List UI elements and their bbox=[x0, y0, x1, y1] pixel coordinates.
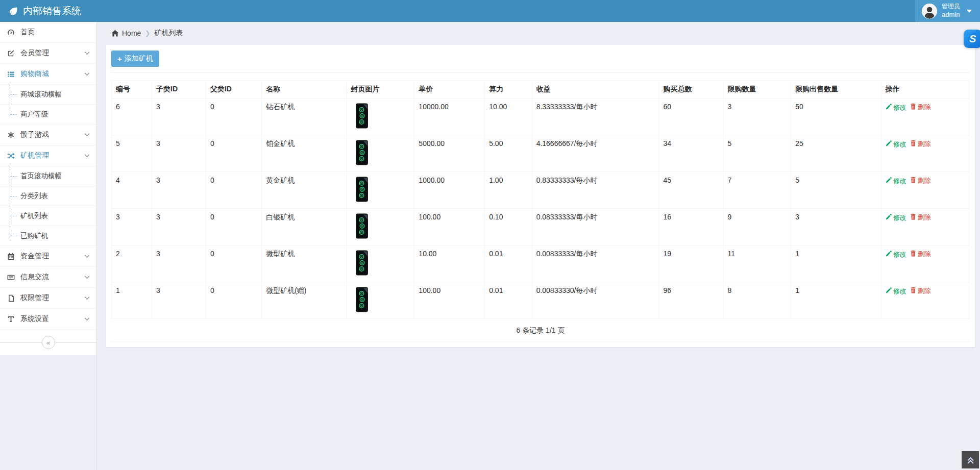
sidebar-subitem-home-banner[interactable]: 首页滚动横幅 bbox=[0, 166, 96, 186]
edit-link[interactable]: 修改 bbox=[886, 177, 906, 186]
shuffle-icon bbox=[7, 152, 15, 160]
delete-link[interactable]: 删除 bbox=[910, 139, 931, 149]
user-menu[interactable]: 管理员 admin bbox=[915, 0, 980, 22]
sidebar-subitem-miner-list[interactable]: 矿机列表 bbox=[0, 206, 96, 226]
sidebar-item-mall[interactable]: 购物商城 bbox=[0, 64, 96, 85]
home-icon bbox=[111, 30, 119, 37]
sidebar-subitem-category-list[interactable]: 分类列表 bbox=[0, 186, 96, 206]
sidebar-item-permissions[interactable]: 权限管理 bbox=[0, 288, 96, 309]
cell-limit-sell: 3 bbox=[791, 209, 881, 245]
table-row: 230微型矿机10.000.010.00833333/每小时19111修改删除 bbox=[112, 245, 970, 282]
table-row: 130微型矿机(赠)100.000.010.00833330/每小时9681修改… bbox=[112, 282, 970, 319]
breadcrumb-home-label: Home bbox=[122, 29, 141, 37]
cell-id: 3 bbox=[112, 209, 152, 245]
sidebar-item-miner-manage[interactable]: 矿机管理 bbox=[0, 145, 96, 166]
cell-profit: 0.08333333/每小时 bbox=[532, 209, 659, 245]
sidebar-menu: 首页会员管理购物商城商城滚动横幅商户等级骰子游戏矿机管理首页滚动横幅分类列表矿机… bbox=[0, 22, 96, 330]
cell-id: 4 bbox=[112, 172, 152, 209]
top-navbar: 内部销售系统 管理员 admin bbox=[0, 0, 980, 22]
cell-profit: 0.00833333/每小时 bbox=[532, 245, 659, 282]
cell-actions: 修改删除 bbox=[881, 282, 969, 319]
divider bbox=[0, 342, 42, 343]
cell-name: 白银矿机 bbox=[262, 209, 347, 245]
add-miner-button[interactable]: + 添加矿机 bbox=[111, 51, 159, 67]
delete-link[interactable]: 删除 bbox=[910, 213, 931, 222]
edit-link[interactable]: 修改 bbox=[886, 287, 906, 296]
tree-dash bbox=[10, 196, 17, 196]
chevron-down-icon bbox=[84, 317, 90, 321]
cell-limit-buy: 9 bbox=[723, 209, 791, 245]
app-title: 内部销售系统 bbox=[23, 5, 81, 18]
sidebar-item-label: 信息交流 bbox=[20, 273, 49, 282]
cell-power: 10.00 bbox=[485, 98, 532, 135]
breadcrumb: Home ❯ 矿机列表 bbox=[97, 22, 980, 44]
sidebar-subitem-mall-banner[interactable]: 商城滚动横幅 bbox=[0, 85, 96, 105]
delete-link[interactable]: 删除 bbox=[910, 286, 931, 295]
browser-plugin-icon[interactable]: S bbox=[964, 30, 980, 48]
table-header: 编号子类ID父类ID名称封页图片单价算力收益购买总数限购数量限购出售数量操作 bbox=[112, 81, 970, 98]
sidebar-item-home[interactable]: 首页 bbox=[0, 22, 96, 43]
column-header-0: 编号 bbox=[112, 81, 152, 98]
cell-sub-id: 3 bbox=[152, 172, 206, 209]
sidebar-item-label: 首页 bbox=[20, 28, 35, 37]
sidebar-item-dice-game[interactable]: 骰子游戏 bbox=[0, 125, 96, 145]
cell-limit-buy: 7 bbox=[723, 172, 791, 209]
back-to-top-button[interactable] bbox=[962, 451, 979, 468]
sidebar: 首页会员管理购物商城商城滚动横幅商户等级骰子游戏矿机管理首页滚动横幅分类列表矿机… bbox=[0, 22, 97, 470]
edit-link[interactable]: 修改 bbox=[886, 140, 906, 149]
column-header-4: 封页图片 bbox=[347, 81, 414, 98]
edit-icon bbox=[7, 50, 15, 57]
cell-total-bought: 60 bbox=[659, 98, 723, 135]
column-header-10: 限购出售数量 bbox=[791, 81, 881, 98]
cell-parent-id: 0 bbox=[206, 135, 261, 172]
tree-dash bbox=[10, 216, 17, 216]
chevron-right-icon: ❯ bbox=[145, 30, 150, 37]
cell-id: 2 bbox=[112, 245, 152, 282]
pencil-icon bbox=[886, 214, 892, 221]
tree-dash bbox=[10, 176, 17, 177]
delete-label: 删除 bbox=[918, 139, 931, 149]
miner-cover-image bbox=[351, 213, 373, 239]
sidebar-item-label: 权限管理 bbox=[20, 293, 49, 303]
cell-power: 5.00 bbox=[485, 135, 532, 172]
delete-label: 删除 bbox=[918, 286, 931, 295]
app-logo[interactable]: 内部销售系统 bbox=[0, 0, 97, 22]
cell-sub-id: 3 bbox=[152, 98, 206, 135]
sidebar-item-members[interactable]: 会员管理 bbox=[0, 43, 96, 64]
cell-name: 黄金矿机 bbox=[262, 172, 347, 209]
sidebar-subitem-merchant-level[interactable]: 商户等级 bbox=[0, 105, 96, 125]
table-row: 630钻石矿机10000.0010.008.33333333/每小时60350修… bbox=[112, 98, 970, 135]
leaf-icon bbox=[8, 6, 18, 16]
breadcrumb-home-link[interactable]: Home bbox=[111, 29, 141, 37]
cell-price: 10000.00 bbox=[414, 98, 485, 135]
delete-label: 删除 bbox=[918, 213, 931, 222]
sidebar-subitem-label: 矿机列表 bbox=[20, 212, 48, 219]
column-header-6: 算力 bbox=[485, 81, 532, 98]
trash-icon bbox=[910, 213, 916, 221]
sidebar-item-messages[interactable]: 信息交流 bbox=[0, 267, 96, 288]
edit-label: 修改 bbox=[893, 140, 906, 149]
sidebar-collapse-button[interactable]: « bbox=[42, 336, 55, 349]
delete-link[interactable]: 删除 bbox=[910, 176, 931, 185]
tree-dash bbox=[10, 114, 17, 115]
sidebar-item-label: 资金管理 bbox=[20, 252, 49, 261]
delete-label: 删除 bbox=[918, 103, 931, 112]
cell-sub-id: 3 bbox=[152, 209, 206, 245]
trash-icon bbox=[910, 177, 916, 185]
divider bbox=[111, 72, 970, 73]
edit-link[interactable]: 修改 bbox=[886, 103, 906, 112]
edit-link[interactable]: 修改 bbox=[886, 213, 906, 222]
sidebar-item-funds[interactable]: 资金管理 bbox=[0, 246, 96, 267]
cell-price: 5000.00 bbox=[414, 135, 485, 172]
cell-id: 1 bbox=[112, 282, 152, 319]
delete-link[interactable]: 删除 bbox=[910, 250, 931, 259]
edit-link[interactable]: 修改 bbox=[886, 250, 906, 259]
cell-total-bought: 96 bbox=[659, 282, 723, 319]
sidebar-subitem-purchased-miners[interactable]: 已购矿机 bbox=[0, 226, 96, 246]
delete-link[interactable]: 删除 bbox=[910, 103, 931, 112]
header-row: 编号子类ID父类ID名称封页图片单价算力收益购买总数限购数量限购出售数量操作 bbox=[112, 81, 970, 98]
add-miner-label: 添加矿机 bbox=[125, 54, 153, 63]
sidebar-item-settings[interactable]: 系统设置 bbox=[0, 309, 96, 330]
cell-profit: 8.33333333/每小时 bbox=[532, 98, 659, 135]
caret-down-icon bbox=[967, 10, 972, 13]
